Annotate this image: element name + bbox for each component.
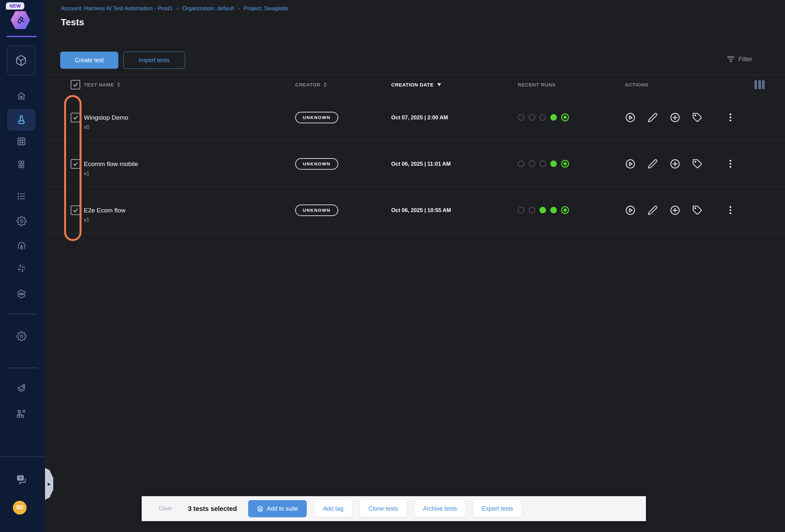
page-title: Tests: [61, 17, 84, 28]
run-status-dot[interactable]: [529, 207, 535, 213]
run-status-dot[interactable]: [550, 207, 557, 213]
run-status-dot[interactable]: [550, 114, 557, 121]
import-tests-button[interactable]: Import tests: [123, 52, 185, 69]
help-chat-icon[interactable]: ?: [7, 469, 35, 490]
sidebar-item-layers-icon[interactable]: [7, 378, 35, 399]
sidebar-item-grid[interactable]: [7, 131, 35, 152]
run-status-dot[interactable]: [518, 160, 524, 167]
add-plus-icon[interactable]: [669, 158, 681, 169]
sidebar-item-kanban[interactable]: [7, 154, 35, 175]
sidebar-item-checklist[interactable]: [7, 186, 35, 207]
filter-label: Filter: [738, 56, 752, 63]
sidebar-expand-handle[interactable]: ▶: [45, 468, 53, 500]
more-options-kebab-icon[interactable]: [726, 159, 735, 169]
filter-icon: [727, 56, 734, 62]
run-status-dot[interactable]: [539, 114, 546, 121]
run-status-dot[interactable]: [529, 160, 535, 167]
select-all-checkbox[interactable]: [71, 80, 80, 90]
run-status-dot[interactable]: [561, 206, 569, 214]
layers-icon: [257, 505, 264, 512]
column-header-actions: ACTIONS: [625, 82, 754, 87]
sidebar-item-pipelines-infinity-icon[interactable]: [7, 283, 35, 304]
test-name[interactable]: Wingstop Demo: [84, 114, 295, 121]
column-header-test-name[interactable]: TEST NAME: [84, 82, 295, 87]
sort-icon: [324, 82, 327, 87]
sidebar-item-home[interactable]: [7, 85, 35, 106]
breadcrumb-org-link[interactable]: Organization: default: [182, 5, 234, 12]
table-row: Wingstop Demo v0 UNKNOWN Oct 07, 2025 | …: [45, 94, 785, 141]
breadcrumb-separator: ›: [177, 5, 178, 12]
row-checkbox[interactable]: [71, 205, 80, 215]
run-test-play-icon[interactable]: [625, 205, 636, 216]
creation-date: Oct 06, 2025 | 10:55 AM: [391, 207, 518, 213]
filter-button[interactable]: Filter: [727, 52, 752, 67]
tag-icon[interactable]: [692, 112, 703, 123]
tag-icon[interactable]: [692, 205, 703, 216]
sidebar-item-tests-flask-icon[interactable]: [7, 109, 35, 130]
test-version: v0: [84, 124, 295, 130]
add-to-suite-button[interactable]: Add to suite: [248, 500, 307, 517]
creator-badge: UNKNOWN: [295, 112, 338, 123]
run-status-dot[interactable]: [539, 160, 546, 167]
breadcrumb-account-link[interactable]: Account: Harness AI Test Automation - Pr…: [61, 5, 173, 12]
test-name[interactable]: E2e Ecom flow: [84, 207, 295, 214]
clear-selection-button[interactable]: Clear: [159, 505, 172, 512]
test-name[interactable]: Ecomm flow mobile: [84, 160, 295, 168]
selection-count: 3 tests selected: [188, 505, 237, 513]
sidebar-item-account-settings-gear-icon[interactable]: [7, 326, 35, 347]
sidebar-item-agents[interactable]: [7, 235, 35, 256]
add-plus-icon[interactable]: [669, 112, 681, 123]
more-options-kebab-icon[interactable]: [726, 112, 735, 122]
sidebar-divider: [8, 314, 37, 314]
run-status-dot[interactable]: [561, 160, 569, 168]
creation-date: Oct 06, 2025 | 11:01 AM: [391, 161, 518, 167]
export-tests-button[interactable]: Export tests: [473, 500, 522, 517]
run-test-play-icon[interactable]: [625, 112, 636, 123]
table-row: Ecomm flow mobile v1 UNKNOWN Oct 06, 202…: [45, 141, 785, 187]
more-options-kebab-icon[interactable]: [726, 205, 735, 215]
table-row: E2e Ecom flow v1 UNKNOWN Oct 06, 2025 | …: [45, 187, 785, 233]
app-root: NEW: [0, 0, 785, 532]
tag-icon[interactable]: [692, 159, 703, 169]
clone-tests-button[interactable]: Clone tests: [360, 500, 407, 517]
column-settings-icon[interactable]: [754, 80, 785, 89]
edit-test-pencil-icon[interactable]: [648, 205, 658, 216]
run-status-dot[interactable]: [518, 114, 524, 121]
archive-tests-button[interactable]: Archive tests: [414, 500, 465, 517]
edit-test-pencil-icon[interactable]: [648, 112, 658, 123]
breadcrumb-project-link[interactable]: Project: Swaglabs: [244, 5, 288, 12]
selection-bar: Clear 3 tests selected Add to suite Add …: [142, 496, 646, 521]
column-header-creator[interactable]: CREATOR: [295, 82, 391, 87]
edit-test-pencil-icon[interactable]: [648, 159, 658, 169]
breadcrumb: Account: Harness AI Test Automation - Pr…: [61, 5, 288, 12]
run-status-dot[interactable]: [539, 207, 546, 213]
sidebar-item-settings-gear-icon[interactable]: [7, 210, 35, 231]
sidebar-divider: [8, 368, 37, 368]
run-status-dot[interactable]: [529, 114, 535, 121]
harness-logo-icon[interactable]: [10, 10, 31, 30]
add-plus-icon[interactable]: [669, 205, 681, 216]
row-actions: [625, 205, 754, 216]
breadcrumb-separator: ›: [238, 5, 239, 12]
create-test-button[interactable]: Create test: [60, 52, 118, 69]
run-status-dot[interactable]: [561, 113, 569, 121]
add-tag-button[interactable]: Add tag: [314, 500, 352, 517]
test-version: v1: [84, 217, 295, 223]
module-switcher-cube-icon[interactable]: [7, 46, 35, 75]
svg-text:?: ?: [19, 476, 21, 480]
sort-desc-icon: [437, 83, 441, 86]
sidebar-item-integrations-slack-icon[interactable]: [7, 258, 35, 279]
user-avatar[interactable]: SD: [13, 501, 27, 514]
run-status-dot[interactable]: [518, 207, 524, 213]
sidebar-item-org-structure-icon[interactable]: [7, 403, 35, 424]
sidebar: NEW: [0, 0, 45, 532]
recent-runs: [518, 113, 625, 121]
column-header-creation-date[interactable]: CREATION DATE: [391, 82, 518, 87]
row-checkbox[interactable]: [71, 113, 80, 122]
sort-icon: [117, 82, 120, 87]
run-test-play-icon[interactable]: [625, 158, 636, 169]
row-actions: [625, 112, 754, 123]
row-checkbox[interactable]: [71, 159, 80, 169]
table-header-row: TEST NAME CREATOR CREATION DATE RECENT R…: [45, 75, 785, 94]
run-status-dot[interactable]: [550, 160, 557, 167]
